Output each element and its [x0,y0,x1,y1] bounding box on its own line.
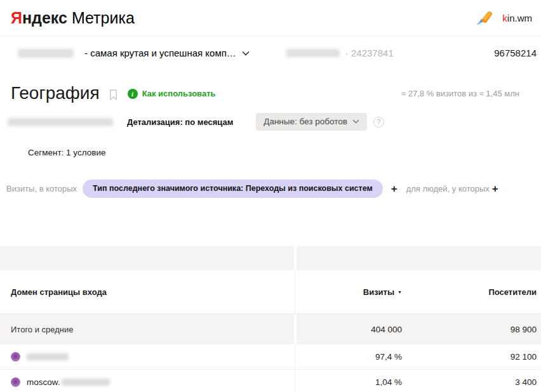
segment-builder-row: Визиты, в которых Тип последнего значимо… [0,180,541,198]
add-people-condition-button[interactable]: + [490,183,501,195]
domain-link[interactable] [27,353,69,360]
totals-label: Итого и средние [0,314,294,344]
logo-metrika: Метрика [72,9,135,27]
info-icon: i [128,89,138,99]
redacted-counter-name [18,49,74,58]
geography-table: Домен страницы входа Визиты▼ Посетители … [0,246,541,392]
data-filter-label: Данные: без роботов [264,117,347,126]
pen-icon [476,9,495,27]
column-header-visitors[interactable]: Посетители [402,287,541,297]
counter-id: · 24237841 [345,48,394,58]
counter-selector[interactable]: - самая крутая и успешная комп… [18,48,250,58]
chevron-down-icon [352,119,359,124]
table-top-band [0,246,541,270]
yandex-metrika-logo[interactable]: Яндекс Метрика [11,9,135,27]
redacted-domain [27,353,69,360]
segment-summary[interactable]: Сегмент: 1 условие [0,148,541,157]
filters-row: Детализация: по месяцам Данные: без робо… [0,113,541,131]
site-favicon [11,377,20,387]
table-row: 97,4 % 92 100 [0,344,541,369]
totals-visitors: 98 900 [402,325,541,334]
row-visitors: 3 400 [402,377,541,387]
title-row: География i Как использовать ≈ 27,8 % ви… [0,83,541,103]
row-visitors: 92 100 [402,352,541,362]
dimension-header[interactable]: Домен страницы входа [0,270,294,313]
top-header: Яндекс Метрика kin.wm [0,0,541,36]
sample-note: ≈ 27,8 % визитов из ≈ 1,45 млн [401,89,519,98]
column-header-visits[interactable]: Визиты▼ [297,287,402,297]
detalization-control[interactable]: Детализация: по месяцам [127,117,233,127]
page-title: География [11,83,100,103]
people-condition-prefix: для людей, у которых [406,184,490,193]
redacted-domain [62,379,110,386]
logo-yandex: Яндекс [11,9,67,27]
totals-row: Итого и средние 404 000 98 900 [0,314,541,344]
domain-link[interactable]: moscow. [27,377,110,387]
table-header-row: Домен страницы входа Визиты▼ Посетители [0,270,541,314]
redacted-date-range[interactable] [8,118,113,126]
sort-desc-icon: ▼ [397,290,402,294]
table-row: moscow. 1,04 % 3 400 [0,369,541,392]
segment-condition-chip[interactable]: Тип последнего значимого источника: Пере… [83,180,383,198]
bookmark-icon[interactable] [109,89,118,101]
counter-bar: - самая крутая и успешная комп… · 242378… [0,36,541,70]
redacted-counter-domain [286,49,340,57]
data-filter-button[interactable]: Данные: без роботов [256,113,367,131]
row-visits: 97,4 % [297,352,402,362]
add-visit-condition-button[interactable]: + [389,183,400,195]
help-icon[interactable]: ? [373,117,384,127]
counter-title: - самая крутая и успешная комп… [84,48,236,58]
row-visits: 1,04 % [297,377,402,387]
visits-condition-prefix: Визиты, в которых [6,184,77,193]
chevron-down-icon [242,51,250,56]
account-area[interactable]: kin.wm [476,9,532,27]
username: kin.wm [502,13,532,23]
site-favicon [11,352,20,362]
how-to-use-link[interactable]: Как использовать [142,89,216,98]
counter-id-right: 96758214 [494,48,537,58]
totals-visits: 404 000 [297,325,402,334]
